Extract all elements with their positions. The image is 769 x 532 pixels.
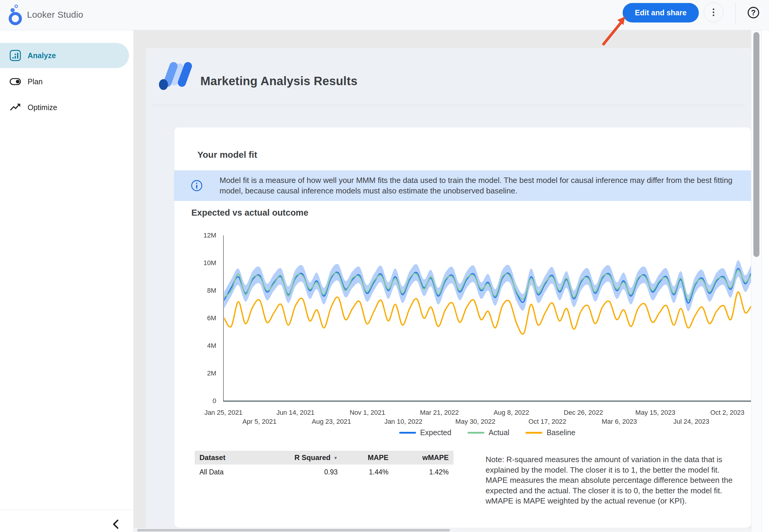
model-fit-table: DatasetR Squared▼MAPEwMAPEAll Data0.931.… [195, 451, 453, 480]
x-tick-label: Jul 24, 2023 [673, 418, 709, 426]
table-row: All Data0.931.44%1.42% [195, 465, 453, 480]
x-tick-label: May 15, 2023 [635, 409, 675, 417]
sidebar-item-label: Plan [28, 77, 43, 86]
table-cell: All Data [195, 465, 254, 480]
sidebar: Analyze Plan Optimize [0, 30, 134, 532]
vertical-scrollbar-track[interactable] [751, 30, 762, 532]
analyze-chart-icon [10, 50, 21, 61]
sidebar-item-label: Optimize [28, 103, 57, 112]
x-tick-label: Mar 6, 2023 [602, 418, 637, 426]
y-tick-label: 12M [186, 232, 216, 239]
sidebar-item-plan[interactable]: Plan [0, 73, 129, 91]
model-fit-note: Note: R-squared measures the amount of v… [486, 454, 743, 506]
legend-swatch [399, 432, 416, 434]
toggle-icon [10, 76, 21, 87]
y-tick-label: 0 [186, 397, 216, 405]
legend-label: Actual [489, 428, 509, 437]
header-divider [735, 2, 736, 24]
card-title: Your model fit [197, 150, 257, 160]
x-tick-label: Aug 23, 2021 [312, 418, 351, 426]
x-tick-label: May 30, 2022 [455, 418, 495, 426]
trending-up-icon [10, 102, 21, 113]
vertical-scrollbar-thumb[interactable] [753, 32, 759, 257]
table-header-r-squared[interactable]: R Squared▼ [254, 451, 343, 465]
x-tick-label: Aug 8, 2022 [494, 409, 529, 417]
x-tick-label: Jun 14, 2021 [276, 409, 314, 417]
table-header-dataset[interactable]: Dataset [195, 451, 254, 465]
x-tick-label: Jan 25, 2021 [204, 409, 242, 417]
sidebar-divider [0, 510, 134, 510]
table-header-mape[interactable]: MAPE [343, 451, 393, 465]
help-icon: ? [747, 6, 760, 19]
legend-item-baseline: Baseline [525, 428, 575, 437]
legend-swatch [468, 432, 484, 434]
y-tick-label: 2M [186, 369, 216, 377]
looker-studio-logo-icon [6, 4, 25, 26]
more-options-button[interactable] [704, 2, 723, 22]
x-tick-label: Dec 26, 2022 [564, 409, 603, 417]
y-tick-label: 8M [186, 287, 216, 294]
edit-and-share-button[interactable]: Edit and share [623, 3, 699, 22]
legend-label: Baseline [546, 428, 575, 437]
table-cell: 1.44% [343, 465, 393, 480]
legend-item-expected: Expected [399, 428, 451, 437]
y-tick-label: 10M [186, 259, 216, 267]
help-button[interactable]: ? [747, 6, 760, 19]
chart-legend: ExpectedActualBaseline [223, 428, 751, 437]
x-tick-label: Oct 2, 2023 [710, 409, 744, 417]
sidebar-item-optimize[interactable]: Optimize [0, 98, 129, 116]
y-tick-label: 4M [186, 342, 216, 350]
chart-title: Expected vs actual outcome [191, 208, 308, 218]
sort-desc-icon: ▼ [334, 456, 338, 460]
model-fit-card: Your model fit Model fit is a measure of… [174, 127, 751, 528]
info-icon [191, 180, 203, 192]
marketing-platform-logo-icon [158, 59, 193, 92]
x-tick-label: Mar 21, 2022 [420, 409, 459, 417]
x-tick-label: Apr 5, 2021 [242, 418, 277, 426]
table-header-wmape[interactable]: wMAPE [393, 451, 453, 465]
svg-text:?: ? [751, 8, 756, 17]
right-gutter [762, 30, 769, 532]
kebab-menu-icon [708, 7, 719, 18]
x-tick-label: Nov 1, 2021 [350, 409, 385, 417]
legend-swatch [525, 432, 542, 434]
table-cell: 1.42% [393, 465, 453, 480]
app-header: Looker Studio Edit and share ? [0, 0, 769, 30]
legend-item-actual: Actual [468, 428, 509, 437]
y-tick-label: 6M [186, 314, 216, 322]
legend-label: Expected [420, 428, 451, 437]
horizontal-scrollbar-track[interactable] [134, 528, 751, 532]
horizontal-scrollbar-thumb[interactable] [137, 529, 450, 531]
sidebar-item-label: Analyze [28, 51, 56, 60]
report-header-divider [151, 105, 746, 105]
app-title: Looker Studio [27, 10, 83, 20]
x-tick-label: Jan 10, 2022 [384, 418, 422, 426]
info-banner: Model fit is a measure of how well your … [174, 170, 751, 201]
chevron-left-icon [110, 518, 122, 530]
table-cell: 0.93 [254, 465, 343, 480]
sidebar-item-analyze[interactable]: Analyze [0, 43, 129, 68]
chart-plot-area [224, 235, 751, 401]
x-tick-label: Oct 17, 2022 [528, 418, 566, 426]
table-empty-area [195, 480, 453, 526]
info-banner-text: Model fit is a measure of how well your … [220, 175, 744, 196]
chart-y-axis [223, 235, 224, 402]
looker-studio-screen: Looker Studio Edit and share ? [0, 0, 769, 532]
report-title: Marketing Analysis Results [200, 74, 358, 88]
sidebar-collapse-button[interactable] [108, 516, 125, 532]
